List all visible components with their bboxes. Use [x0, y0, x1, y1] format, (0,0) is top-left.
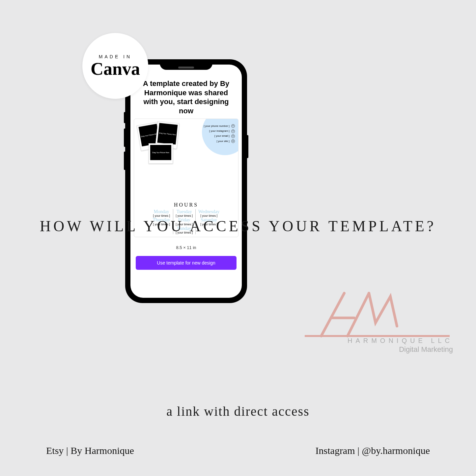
phone-frame: A template created by By Harmonique was …	[125, 59, 247, 303]
polaroid-placeholder: Drag Your Picture Here	[150, 145, 171, 160]
subtitle: a link with direct access	[0, 404, 476, 419]
harmonique-watermark: HARMONIQUE LLC Digital Marketing	[298, 287, 456, 359]
footer: Etsy | By Harmonique Instagram | @by.har…	[0, 445, 476, 456]
template-dimensions: 8.5 × 11 in	[130, 245, 242, 250]
hm-logo-icon	[298, 287, 456, 359]
share-title: A template created by By Harmonique was …	[130, 77, 242, 119]
polaroid: Drag Your Picture Here	[149, 143, 173, 164]
phone-side-button	[124, 152, 126, 170]
contact-instagram: [ your instagram ]	[209, 129, 230, 132]
phone-icon: ✆	[231, 124, 235, 128]
times-placeholder: [ your times ]	[176, 214, 193, 217]
globe-icon: ⊕	[231, 139, 235, 143]
canva-badge: MADE IN Canva	[82, 33, 148, 99]
headline: HOW WILL YOU ACCESS YOUR TEMPLATE?	[0, 217, 476, 235]
contact-phone: [ your phone number ]	[204, 125, 229, 127]
footer-instagram: Instagram | @by.harmonique	[316, 445, 430, 456]
hours-heading: HOURS	[134, 202, 238, 208]
phone-side-button	[124, 112, 126, 123]
day-label: Tuesday	[176, 209, 193, 214]
made-in-label: MADE IN	[99, 54, 132, 59]
contact-list: [ your phone number ] ✆ [ your instagram…	[204, 124, 235, 144]
watermark-company: HARMONIQUE LLC	[348, 337, 453, 345]
contact-email: [ your email ]	[214, 134, 230, 137]
contact-site: [ your site ]	[217, 140, 230, 143]
day-label: Monday	[153, 209, 170, 214]
times-placeholder: [ your times ]	[153, 214, 170, 217]
times-placeholder: [ your times ]	[198, 214, 219, 217]
email-icon: ✉	[231, 134, 235, 138]
phone-side-button	[124, 128, 126, 147]
phone-side-button	[246, 135, 248, 158]
polaroid-placeholder: Drag Your Picture Here	[157, 123, 178, 145]
watermark-tag: Digital Marketing	[399, 345, 453, 354]
phone-screen: A template created by By Harmonique was …	[130, 65, 242, 298]
day-label: Wednesday	[198, 209, 219, 214]
phone-speaker	[178, 67, 194, 69]
instagram-icon: ◎	[231, 129, 235, 133]
footer-etsy: Etsy | By Harmonique	[46, 445, 134, 456]
canva-logo: Canva	[91, 60, 140, 78]
use-template-button[interactable]: Use template for new design	[136, 256, 237, 270]
